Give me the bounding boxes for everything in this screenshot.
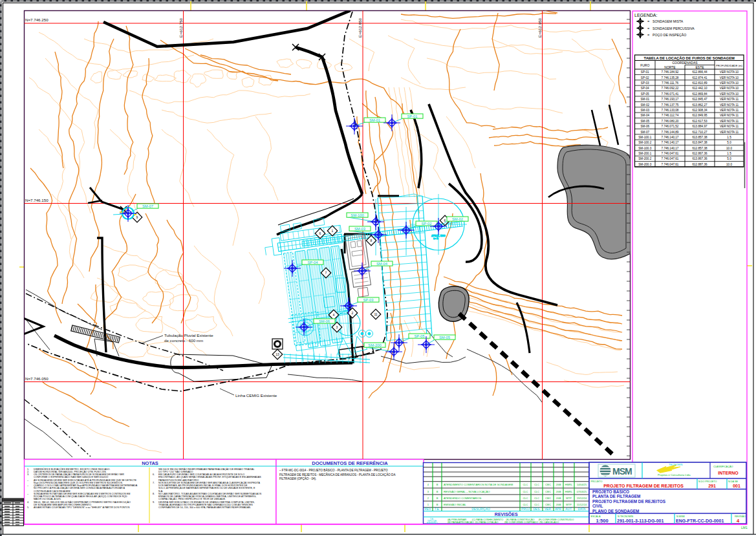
svg-text:JGB: JGB [556,483,561,486]
svg-text:INTERNO: INTERNO [718,471,739,475]
svg-text:CLC: CLC [534,483,539,486]
svg-text:CLC: CLC [523,497,528,500]
svg-text:3.: 3. [27,473,29,476]
svg-text:SM-200.3: SM-200.3 [638,163,651,166]
svg-text:JGB: JGB [556,490,561,493]
svg-text:8.: 8. [153,493,155,495]
svg-text:DES.: DES. [533,508,540,511]
svg-text:LEGENDA:: LEGENDA: [634,13,657,17]
svg-text:MSM: MSM [612,466,632,477]
svg-text:CMC: CMC [545,497,551,500]
svg-text:=: = [647,27,649,30]
svg-text:612.442,10: 612.442,10 [693,87,707,90]
svg-text:SM-05: SM-05 [640,120,649,123]
svg-text:CIVIL: CIVIL [592,504,603,508]
svg-text:FURO: FURO [640,63,649,67]
svg-text:612.887,36: 612.887,36 [693,163,707,166]
svg-text:ENG-FTR-CC-DG-0001: ENG-FTR-CC-DG-0001 [676,519,724,523]
svg-text:6.: 6. [153,473,155,476]
svg-text:(B) PARA APROVAÇÃO (D) PARA C: (B) PARA APROVAÇÃO (D) PARA COTAÇÃO (M) … [448,520,559,524]
svg-text:9.: 9. [153,501,155,504]
svg-text:CLC: CLC [534,497,539,500]
svg-text:7.746.071,41: 7.746.071,41 [662,92,679,96]
svg-text:DATA: DATA [578,508,586,511]
svg-text:FILTRAGEM (OPÇÃO - 04).: FILTRAGEM (OPÇÃO - 04). [279,477,316,480]
svg-text:613.857,38: 613.857,38 [693,136,707,139]
svg-text:612.617,53: 612.617,53 [693,120,707,123]
svg-text:SONDAGEM PERCUSSIVA: SONDAGEM PERCUSSIVA [653,27,695,30]
svg-text:SP-02: SP-02 [641,76,649,80]
svg-text:JGB: JGB [556,503,561,506]
svg-text:ENCONTRADO, AS QUAIS SERÃO ENS: ENCONTRADO, AS QUAIS SERÃO ENSACADAS PRO… [158,475,261,478]
svg-text:PROJETO BÁSICO: PROJETO BÁSICO [592,489,629,494]
svg-text:COORDENADAS: COORDENADAS [672,61,698,65]
svg-text:CLC: CLC [534,490,539,493]
svg-text:VER NOTA 11: VER NOTA 11 [720,114,739,117]
svg-text:VER NOTA 10: VER NOTA 10 [720,81,739,85]
svg-text:B: B [437,483,438,486]
svg-text:NO PROJETO A FISCALIZAÇÃO DEVE: NO PROJETO A FISCALIZAÇÃO DEVERÁ SER CON… [34,486,125,489]
svg-text:612.710,27: 612.710,27 [693,131,707,134]
svg-text:612.867,36: 612.867,36 [693,152,707,155]
svg-text:7.746.144,89: 7.746.144,89 [662,131,679,134]
svg-text:CLC: CLC [523,483,528,486]
svg-text:TABELA DE LOCAÇÃO DE FUROS DE: TABELA DE LOCAÇÃO DE FUROS DE SONDAGEM [644,56,735,60]
svg-text:AS AMOSTRAS COLETADAS TIPO “DE: AS AMOSTRAS COLETADAS TIPO “DENISON” e o… [34,506,130,509]
svg-text:REVISÕES: REVISÕES [495,511,518,517]
svg-text:612.857,38: 612.857,38 [693,147,707,150]
svg-text:VER NOTA 10: VER NOTA 10 [720,92,739,96]
svg-text:613.867,36: 613.867,36 [693,157,707,160]
svg-text:5,0: 5,0 [727,141,731,144]
svg-text:7.: 7. [153,482,155,484]
svg-text:7.746.140,17: 7.746.140,17 [662,147,679,150]
svg-text:SP-03: SP-03 [641,81,649,85]
svg-text:CLC: CLC [523,503,528,506]
svg-text:COMPACTAÇÃO, PESO ESPECÍFICO E: COMPACTAÇÃO, PESO ESPECÍFICO E TEOR DE U… [158,497,226,500]
svg-text:ATENDENDO COMENTÁRIOS: ATENDENDO COMENTÁRIOS [444,497,482,500]
svg-text:SM-03: SM-03 [640,109,649,112]
svg-text:APR.: APR. [555,508,562,511]
svg-text:SM-06: SM-06 [640,125,649,128]
svg-text:7.746.047,61: 7.746.047,61 [662,152,679,155]
svg-text:612.874,41: 612.874,41 [693,76,707,80]
svg-text:EMISSÃO INICIAL: EMISSÃO INICIAL [444,503,467,506]
svg-text:612.869,84: 612.869,84 [693,92,707,96]
svg-text:VER NOTA 11: VER NOTA 11 [720,98,739,101]
svg-text:CLC: CLC [523,490,528,493]
svg-text:PARA ESTUDOS EM LABORATÓRIO: PARA ESTUDOS EM LABORATÓRIO [158,478,199,482]
svg-text:612.849,95: 612.849,95 [693,114,707,117]
svg-text:7.746.111,76: 7.746.111,76 [662,81,679,85]
svg-text:7.746.112,74: 7.746.112,74 [662,114,679,117]
svg-text:AUT.: AUT. [565,508,572,511]
svg-text:CMC: CMC [545,503,551,506]
svg-text:7.746.047,61: 7.746.047,61 [662,157,679,160]
svg-text:POÇO DE INSPEÇÃO: POÇO DE INSPEÇÃO [653,33,686,37]
svg-text:CLC: CLC [534,503,539,506]
svg-text:DOCUMENTOS DE REFERÊNCIA: DOCUMENTOS DE REFERÊNCIA [312,460,388,466]
svg-text:PLANO DE SONDAGEM: PLANO DE SONDAGEM [592,509,639,513]
svg-text:JGB: JGB [556,497,561,500]
svg-text:WTP: WTP [566,503,572,506]
svg-text:VER NOTA 11: VER NOTA 11 [720,125,739,128]
svg-text:7.746.140,17: 7.746.140,17 [662,136,679,139]
svg-text:7.746.133,08: 7.746.133,08 [662,109,679,112]
svg-text:VER NOTA 10: VER NOTA 10 [720,70,739,74]
svg-text:CMC: CMC [545,490,551,493]
svg-text:612.845,47: 612.845,47 [693,98,707,101]
svg-text:HMRL: HMRL [565,483,573,486]
svg-text:SONDAGEM MISTA: SONDAGEM MISTA [653,19,684,23]
svg-text:07/03/25: 07/03/25 [577,490,587,493]
svg-text:CLASSIFICAÇÃO: CLASSIFICAÇÃO [713,465,733,468]
svg-text:291-001-3-113-DG-001: 291-001-3-113-DG-001 [617,519,664,523]
svg-text:SP-01: SP-01 [641,70,649,74]
svg-text:CMC: CMC [545,483,551,486]
svg-text:VER NOTA 10: VER NOTA 10 [720,76,739,80]
svg-text:VER NOTA 11: VER NOTA 11 [720,103,739,107]
svg-text:4.: 4. [27,501,29,504]
svg-text:VER NOTA 11: VER NOTA 11 [720,109,739,112]
svg-text:1.5: 1.5 [727,152,731,155]
svg-text:ATENDIMENTO COMENTÁRIOS NOTA D: ATENDIMENTO COMENTÁRIOS NOTA DE SONDAGEM [444,483,513,486]
svg-text:PLANTA DE FILTRAGEM: PLANTA DE FILTRAGEM [592,494,640,498]
svg-text:7.746.071,52: 7.746.071,52 [662,125,679,128]
svg-text:N DA SE: N DA SE [728,480,738,483]
